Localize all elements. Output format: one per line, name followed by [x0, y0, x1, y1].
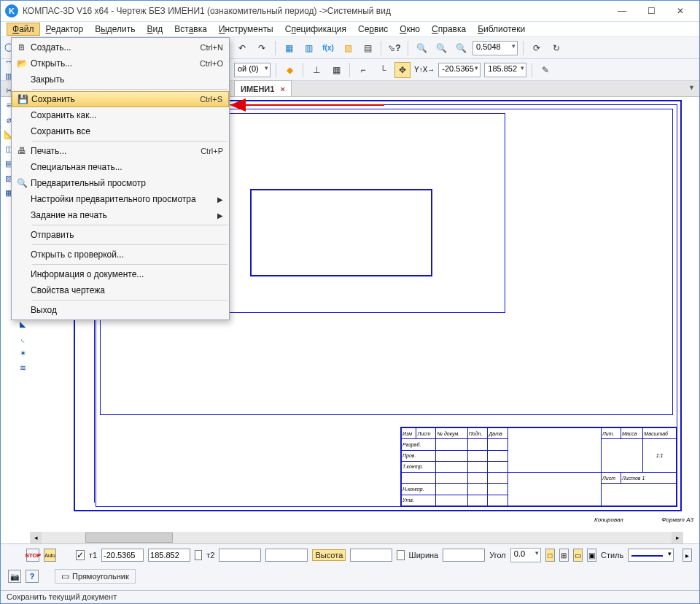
axis-off-button[interactable]: □: [545, 549, 555, 562]
file-menu-send[interactable]: Отправить: [12, 227, 229, 243]
copy-props-button[interactable]: 📷: [8, 570, 21, 583]
fx-button[interactable]: f(x): [320, 40, 336, 56]
menu-libs[interactable]: Библиотеки: [472, 23, 531, 36]
file-menu-openchk[interactable]: Открыть с проверкой...: [12, 247, 229, 263]
document-tab-label: ИМЕНИ1: [241, 85, 274, 93]
menu-help[interactable]: Справка: [426, 23, 472, 36]
coord-x[interactable]: -20.5365: [438, 63, 481, 77]
menu-tools[interactable]: Инструменты: [213, 23, 279, 36]
menu-window[interactable]: Окно: [394, 23, 426, 36]
height-input[interactable]: [350, 549, 392, 562]
tool-tab-label[interactable]: Прямоугольник: [72, 572, 129, 581]
zoom-window-button[interactable]: 🔍: [453, 40, 469, 56]
zoom-fit-button[interactable]: 🔍: [413, 40, 429, 56]
file-menu-saveas[interactable]: Сохранить как...: [12, 107, 229, 123]
menu-bar: Файл Редактор Выделить Вид Вставка Инстр…: [1, 21, 699, 37]
footer-format: Формат А3: [661, 516, 693, 523]
document-tab[interactable]: ИМЕНИ1 ×: [234, 80, 292, 96]
file-menu-previewcfg[interactable]: Настройки предварительного просмотра ▶: [12, 191, 229, 207]
file-menu-docinfo[interactable]: Информация о документе...: [12, 266, 229, 282]
redo-button[interactable]: ↷: [254, 40, 270, 56]
t1-y-input[interactable]: [148, 549, 190, 562]
window-title: КОМПАС-3D V16 x64 - Чертеж БЕЗ ИМЕНИ1 (о…: [23, 6, 607, 16]
menu-service[interactable]: Сервис: [352, 23, 394, 36]
grid-button[interactable]: ▦: [328, 62, 344, 78]
file-menu-exit[interactable]: Выход: [12, 302, 229, 318]
axis-on-button[interactable]: ⊞: [559, 549, 569, 562]
variables-button[interactable]: ▥: [300, 40, 316, 56]
separator: [532, 63, 532, 77]
refresh-button[interactable]: ⟳: [529, 40, 545, 56]
file-menu-preview[interactable]: 🔍 Предварительный просмотр: [12, 175, 229, 191]
mode-center-button[interactable]: ▣: [587, 549, 596, 562]
t1-checkbox[interactable]: ✓: [76, 550, 85, 560]
file-menu-close[interactable]: Закрыть: [12, 71, 229, 88]
maximize-button[interactable]: ☐: [637, 3, 666, 19]
rt-fillet-icon[interactable]: ◟: [16, 332, 29, 345]
snap-button[interactable]: ✥: [394, 62, 411, 78]
file-menu-new[interactable]: 🗎 Создать... Ctrl+N: [12, 39, 229, 55]
measure-button[interactable]: ✎: [537, 62, 553, 78]
ortho-button[interactable]: ⊥: [308, 62, 324, 78]
horizontal-scrollbar[interactable]: ◂ ▸: [30, 532, 683, 543]
scroll-thumb[interactable]: [85, 533, 173, 543]
style-combo[interactable]: [628, 549, 674, 562]
menu-insert[interactable]: Вставка: [168, 23, 213, 36]
file-menu: 🗎 Создать... Ctrl+N 📂 Открыть... Ctrl+O …: [11, 37, 230, 320]
coord-y[interactable]: 185.852: [484, 63, 526, 77]
global-cs-button[interactable]: └: [375, 62, 391, 78]
zoom-in-button[interactable]: 🔍: [433, 40, 449, 56]
params-button[interactable]: ▧: [340, 40, 356, 56]
menu-edit[interactable]: Редактор: [40, 23, 90, 36]
minimize-button[interactable]: —: [607, 3, 637, 19]
manager-button[interactable]: ▦: [281, 40, 297, 56]
layer-combo[interactable]: ой (0): [234, 63, 271, 77]
close-button[interactable]: ✕: [666, 3, 695, 19]
file-menu-specprint[interactable]: Специальная печать...: [12, 159, 229, 175]
t1-x-input[interactable]: [101, 549, 144, 562]
xy-label: Y↑X→: [414, 66, 435, 74]
separator: [276, 63, 276, 77]
t1-label: т1: [89, 551, 97, 560]
angle-combo[interactable]: 0.0: [510, 548, 541, 562]
stop-button[interactable]: STOP: [26, 549, 39, 562]
t2-x-input[interactable]: [219, 549, 261, 562]
separator: [303, 63, 303, 77]
rt-collect-icon[interactable]: ✶: [16, 346, 29, 360]
menu-view[interactable]: Вид: [141, 23, 169, 36]
width-checkbox[interactable]: [397, 550, 404, 560]
rt-equi-icon[interactable]: ≋: [16, 361, 29, 374]
zoom-combo[interactable]: 0.5048: [472, 41, 518, 55]
redraw-button[interactable]: ↻: [548, 40, 564, 56]
status-bar: Сохранить текущий документ: [1, 590, 699, 603]
file-menu-printjob[interactable]: Задание на печать ▶: [12, 207, 229, 223]
file-menu-save[interactable]: 💾 Сохранить Ctrl+S: [12, 91, 229, 107]
report-button[interactable]: ▤: [359, 40, 376, 56]
file-menu-drawprops[interactable]: Свойства чертежа: [12, 282, 229, 298]
width-input[interactable]: [443, 549, 485, 562]
help-button[interactable]: ?: [26, 570, 39, 583]
t2-y-input[interactable]: [265, 549, 308, 562]
t2-checkbox[interactable]: [195, 550, 202, 560]
tabs-dropdown-icon[interactable]: ▼: [688, 84, 695, 91]
scroll-right-button[interactable]: ▸: [682, 549, 692, 562]
style-button[interactable]: ◆: [281, 62, 298, 78]
file-menu-print[interactable]: 🖶 Печать... Ctrl+P: [12, 143, 229, 159]
auto-button[interactable]: Auto: [44, 549, 55, 562]
local-cs-button[interactable]: ⌐: [355, 62, 371, 78]
scroll-left-icon[interactable]: ◂: [30, 532, 42, 543]
app-logo-icon: K: [5, 4, 18, 18]
title-bar: K КОМПАС-3D V16 x64 - Чертеж БЕЗ ИМЕНИ1 …: [1, 1, 699, 21]
separator: [408, 41, 408, 55]
menu-spec[interactable]: Спецификация: [279, 23, 352, 36]
menu-select[interactable]: Выделить: [89, 23, 141, 36]
menu-file[interactable]: Файл: [7, 23, 40, 36]
file-menu-saveall[interactable]: Сохранить все: [12, 123, 229, 139]
undo-button[interactable]: ↶: [234, 40, 250, 56]
pointer-help-button[interactable]: ⬂?: [386, 40, 402, 56]
submenu-arrow-icon: ▶: [217, 212, 223, 220]
scroll-right-icon[interactable]: ▸: [672, 532, 683, 543]
mode-rect-button[interactable]: ▭: [573, 549, 583, 562]
document-tab-close-icon[interactable]: ×: [280, 85, 284, 93]
file-menu-open[interactable]: 📂 Открыть... Ctrl+O: [12, 55, 229, 71]
